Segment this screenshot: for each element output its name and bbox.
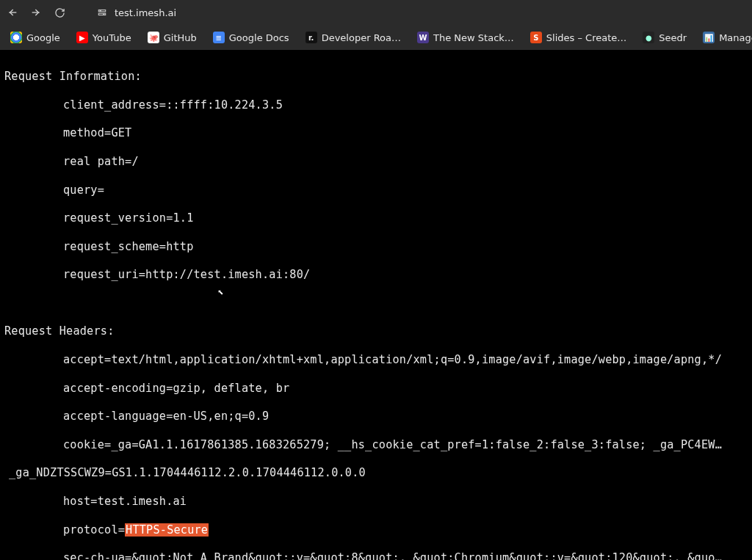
text-line: Request Information: [4,70,748,84]
svg-point-4 [100,10,101,11]
mouse-cursor-icon: ⬉ [217,286,223,298]
text-line: _ga_NDZTSSCWZ9=GS1.1.1704446112.2.0.1704… [9,466,748,480]
browser-chrome: test.imesh.ai Google ▶ YouTube 🐙 GitHub … [0,0,752,50]
bookmark-label: Developer Roa… [322,32,401,43]
dev-icon: r. [306,32,317,43]
google-icon [10,32,22,43]
bookmark-youtube[interactable]: ▶ YouTube [72,30,136,45]
bookmark-github[interactable]: 🐙 GitHub [143,30,201,45]
url-bar[interactable]: test.imesh.ai [115,7,748,18]
text-line: Request Headers: [4,324,748,338]
page-content: Request Information: client_address=::ff… [0,50,752,560]
arrow-left-icon [7,7,18,18]
gdocs-icon: ≡ [213,32,225,43]
bookmark-label: The New Stack… [433,32,514,43]
reload-icon [54,7,65,18]
protocol-line: protocol=HTTPS-Secure [63,523,748,537]
text-line: accept=text/html,application/xhtml+xml,a… [63,353,748,367]
bookmark-label: Google Docs [229,32,289,43]
back-button[interactable] [4,4,21,21]
site-settings-icon[interactable] [97,7,107,18]
slides-icon: S [530,32,542,43]
bookmark-google[interactable]: Google [6,30,65,45]
text-line: method=GET [63,126,748,140]
text-line: client_address=::ffff:10.224.3.5 [63,98,748,112]
bookmark-google-docs[interactable]: ≡ Google Docs [209,30,294,45]
protocol-label: protocol= [63,523,125,537]
text-line: request_scheme=http [63,240,748,254]
protocol-value-highlight: HTTPS-Secure [125,523,209,537]
bookmark-slides[interactable]: S Slides – Create… [526,30,631,45]
github-icon: 🐙 [148,32,159,43]
seedr-icon: ● [643,32,654,43]
bookmark-label: Manage HTML… [719,32,752,43]
text-line: query= [63,183,748,197]
text-line: accept-language=en-US,en;q=0.9 [63,410,748,423]
reload-button[interactable] [51,4,68,21]
bookmark-label: YouTube [93,32,131,43]
text-line: accept-encoding=gzip, deflate, br [63,382,748,396]
text-line: sec-ch-ua=&quot;Not_A Brand&quot;;v=&quo… [63,551,748,560]
bookmark-developer-roa[interactable]: r. Developer Roa… [301,30,405,45]
text-line: host=test.imesh.ai [63,495,748,509]
bookmark-label: Google [26,32,60,43]
bookmark-new-stack[interactable]: W The New Stack… [413,30,518,45]
bookmark-seedr[interactable]: ● Seedr [638,30,691,45]
url-text: test.imesh.ai [115,7,176,18]
arrow-right-icon [30,7,42,18]
text-line: request_uri=http://test.imesh.ai:80/ [63,268,748,282]
url-row: test.imesh.ai [0,0,752,25]
bookmark-label: GitHub [164,32,197,43]
text-line: request_version=1.1 [63,211,748,225]
text-line: cookie=_ga=GA1.1.1617861385.1683265279; … [63,438,748,452]
manage-icon: 📊 [703,32,715,43]
bookmark-bar: Google ▶ YouTube 🐙 GitHub ≡ Google Docs … [0,25,752,50]
svg-point-5 [104,14,104,15]
bookmark-label: Seedr [659,32,687,43]
bookmark-label: Slides – Create… [546,32,626,43]
youtube-icon: ▶ [76,32,88,43]
bookmark-manage-html[interactable]: 📊 Manage HTML… [698,30,752,45]
text-line: real path=/ [63,155,748,169]
forward-button[interactable] [28,4,44,21]
newstack-icon: W [417,32,429,43]
